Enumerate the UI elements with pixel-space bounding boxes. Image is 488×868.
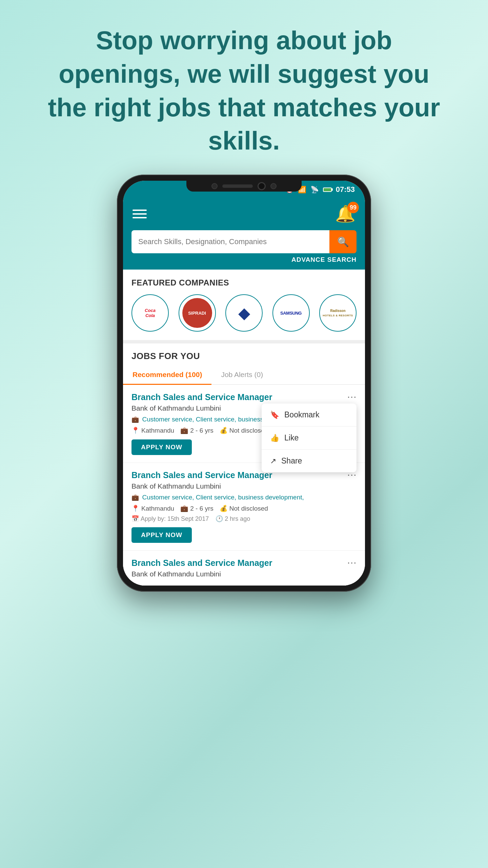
status-time: 07:53 <box>336 185 355 194</box>
notification-badge: 99 <box>347 202 359 213</box>
search-button[interactable]: 🔍 <box>329 230 357 253</box>
battery-indicator <box>323 188 332 192</box>
featured-companies-section: FEATURED COMPANIES CocaCola SIPRADI <box>123 270 365 340</box>
speaker-grille <box>222 184 253 188</box>
radisson-logo: RadissonHOTELS & RESORTS <box>321 307 354 319</box>
job-meta-2: 📍 Kathmandu 💼 2 - 6 yrs 💰 Not disclosed <box>131 505 357 512</box>
job-card-3: Branch Sales and Service Manager ⋯ Bank … <box>123 551 365 586</box>
sipradi-logo: SIPRADI <box>182 298 212 328</box>
bookmark-icon: 🔖 <box>270 411 279 419</box>
job-card-2: Branch Sales and Service Manager ⋯ Bank … <box>123 463 365 551</box>
company-logo-radisson[interactable]: RadissonHOTELS & RESORTS <box>319 294 357 332</box>
share-icon: ↗ <box>270 457 276 466</box>
phone-wrapper: ⏰ 📶 📡 07:53 🔔 99 <box>117 175 371 592</box>
tab-job-alerts[interactable]: Job Alerts (0) <box>211 366 272 384</box>
search-bar: 🔍 <box>131 230 357 253</box>
hamburger-line-2 <box>133 213 147 215</box>
search-icon: 🔍 <box>337 236 349 248</box>
hamburger-line-1 <box>133 210 147 211</box>
front-camera-main <box>258 182 266 190</box>
front-camera-extra <box>270 183 277 189</box>
tab-recommended[interactable]: Recommended (100) <box>123 366 211 385</box>
app-header: 🔔 99 <box>123 198 365 230</box>
like-icon: 👍 <box>270 434 279 442</box>
location-2: 📍 Kathmandu <box>131 505 174 512</box>
job-tags-2: 💼 Customer service, Client service, busi… <box>131 494 357 501</box>
salary-icon-1: 💰 <box>220 427 228 434</box>
advance-search-link[interactable]: ADVANCE SEARCH <box>131 253 357 263</box>
job-tags-text-2: Customer service, Client service, busine… <box>142 494 304 501</box>
company-logo-samsung[interactable]: SAMSUNG <box>272 294 310 332</box>
apply-date-2: 📅 Apply by: 15th Sept 2017 <box>131 515 209 522</box>
experience-icon-1: 💼 <box>180 427 188 434</box>
context-menu-bookmark[interactable]: 🔖 Bookmark <box>262 403 357 427</box>
search-container: 🔍 ADVANCE SEARCH <box>123 230 365 270</box>
jobs-tabs: Recommended (100) Job Alerts (0) <box>123 366 365 385</box>
cocacola-logo: CocaCola <box>145 308 156 318</box>
phone-screen: ⏰ 📶 📡 07:53 🔔 99 <box>123 181 365 586</box>
salary-icon-2: 💰 <box>220 505 228 512</box>
posted-ago-2: 🕐 2 hrs ago <box>216 515 250 522</box>
job-card-1-header: Branch Sales and Service Manager ⋯ <box>131 392 357 402</box>
job-title-3[interactable]: Branch Sales and Service Manager <box>131 558 344 568</box>
location-icon-1: 📍 <box>131 427 140 434</box>
experience-icon-2: 💼 <box>180 505 188 512</box>
job-card-1: Branch Sales and Service Manager ⋯ Bank … <box>123 385 365 463</box>
location-1: 📍 Kathmandu <box>131 427 174 434</box>
phone-frame: ⏰ 📶 📡 07:53 🔔 99 <box>117 175 371 592</box>
phone-notch-area <box>186 181 302 192</box>
hero-section: Stop worrying about job openings, we wil… <box>0 0 488 175</box>
company-logos-row: CocaCola SIPRADI ◆ <box>131 294 357 332</box>
diamond-logo: ◆ <box>238 304 250 322</box>
job-company-3: Bank of Kathmandu Lumbini <box>131 570 357 578</box>
front-camera-left <box>211 183 218 189</box>
job-meta-bottom-2: 📅 Apply by: 15th Sept 2017 🕐 2 hrs ago <box>131 515 357 522</box>
salary-1: 💰 Not disclosed <box>220 427 268 434</box>
company-logo-sipradi[interactable]: SIPRADI <box>179 294 216 332</box>
bell-wrapper[interactable]: 🔔 99 <box>335 204 355 223</box>
context-menu-1: 🔖 Bookmark 👍 Like ↗ Share <box>262 403 357 472</box>
jobs-for-you-section: JOBS FOR YOU Recommended (100) Job Alert… <box>123 343 365 586</box>
clock-icon-2: 🕐 <box>216 515 223 522</box>
job-card-3-header: Branch Sales and Service Manager ⋯ <box>131 558 357 568</box>
jobs-section-title: JOBS FOR YOU <box>123 343 365 361</box>
search-input[interactable] <box>131 230 329 253</box>
company-logo-diamond[interactable]: ◆ <box>225 294 263 332</box>
company-logo-cocacola[interactable]: CocaCola <box>131 294 169 332</box>
location-icon-2: 📍 <box>131 505 140 512</box>
job-company-2: Bank of Kathmandu Lumbini <box>131 482 357 490</box>
hero-title: Stop worrying about job openings, we wil… <box>44 24 444 158</box>
signal-icon: 📡 <box>310 185 319 194</box>
briefcase-icon-2: 💼 <box>131 494 139 501</box>
context-menu-share[interactable]: ↗ Share <box>262 450 357 472</box>
apply-button-1[interactable]: APPLY NOW <box>131 439 192 455</box>
calendar-icon-2: 📅 <box>131 515 139 522</box>
hamburger-line-3 <box>133 217 147 218</box>
briefcase-icon-1: 💼 <box>131 416 139 423</box>
featured-companies-title: FEATURED COMPANIES <box>131 278 357 288</box>
hamburger-menu[interactable] <box>133 210 147 218</box>
main-content: FEATURED COMPANIES CocaCola SIPRADI <box>123 270 365 586</box>
more-options-icon-3[interactable]: ⋯ <box>344 558 357 568</box>
apply-button-2[interactable]: APPLY NOW <box>131 527 192 543</box>
salary-2: 💰 Not disclosed <box>220 505 268 512</box>
experience-1: 💼 2 - 6 yrs <box>180 427 214 434</box>
experience-2: 💼 2 - 6 yrs <box>180 505 214 512</box>
more-options-icon-1[interactable]: ⋯ <box>344 392 357 402</box>
samsung-logo: SAMSUNG <box>280 311 302 316</box>
context-menu-like[interactable]: 👍 Like <box>262 427 357 450</box>
job-title-1[interactable]: Branch Sales and Service Manager <box>131 392 344 402</box>
